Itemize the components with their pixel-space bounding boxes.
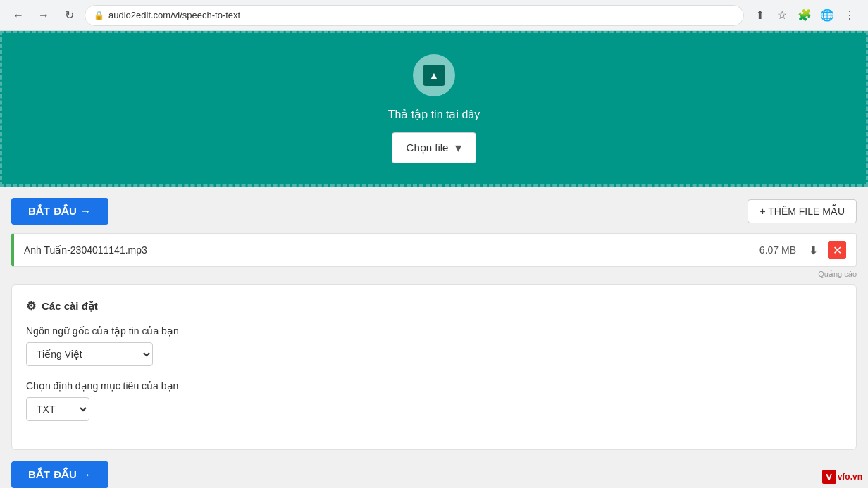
settings-panel: ⚙ Các cài đặt Ngôn ngữ gốc của tập tin c… [11, 284, 857, 450]
upload-arrow-icon: ▲ [429, 70, 439, 81]
page-content: ▲ Thả tập tin tại đây Chọn file ▾ BẮT ĐẦ… [0, 31, 868, 488]
file-size: 6.07 MB [760, 244, 796, 256]
choose-file-button[interactable]: Chọn file ▾ [392, 132, 477, 163]
browser-bar: ← → ↻ 🔒 audio2edit.com/vi/speech-to-text… [0, 0, 868, 31]
menu-button[interactable]: ⋮ [840, 6, 860, 25]
bottom-actions: BẮT ĐẦU → [11, 461, 857, 488]
watermark: V vfo.vn [822, 470, 862, 484]
browser-actions: ⬆ ☆ 🧩 🌐 ⋮ [750, 6, 860, 25]
language-select[interactable]: Tiếng Việt English Français Deutsch Espa… [26, 342, 153, 366]
language-label: Ngôn ngữ gốc của tập tin của bạn [26, 325, 842, 337]
reload-button[interactable]: ↻ [59, 6, 79, 25]
drop-text: Thả tập tin tại đây [388, 108, 480, 121]
upload-area[interactable]: ▲ Thả tập tin tại đây Chọn file ▾ [0, 31, 868, 187]
address-bar[interactable]: 🔒 audio2edit.com/vi/speech-to-text [85, 5, 744, 26]
file-name: Anh Tuấn-2304011141.mp3 [24, 244, 760, 256]
gear-icon: ⚙ [26, 299, 36, 313]
add-sample-button[interactable]: + THÊM FILE MẪU [748, 199, 857, 223]
bookmark-button[interactable]: ☆ [772, 6, 792, 25]
share-button[interactable]: ⬆ [750, 6, 769, 25]
file-download-button[interactable]: ⬇ [805, 242, 822, 258]
start-button-top[interactable]: BẮT ĐẦU → [11, 198, 108, 225]
upload-icon-container: ▲ [413, 54, 455, 96]
format-setting-group: Chọn định dạng mục tiêu của bạn TXT SRT … [26, 380, 842, 421]
upload-icon-inner: ▲ [423, 65, 445, 86]
ad-label: Quảng cáo [11, 270, 857, 279]
format-label: Chọn định dạng mục tiêu của bạn [26, 380, 842, 392]
extensions-button[interactable]: 🧩 [795, 6, 814, 25]
back-button[interactable]: ← [8, 6, 28, 25]
watermark-text: vfo.vn [838, 472, 862, 482]
watermark-v: V [822, 470, 836, 484]
choose-file-label: Chọn file [407, 142, 449, 154]
settings-title-text: Các cài đặt [42, 300, 98, 313]
start-button-bottom[interactable]: BẮT ĐẦU → [11, 461, 108, 488]
main-body: BẮT ĐẦU → + THÊM FILE MẪU Anh Tuấn-23040… [0, 187, 868, 488]
settings-title: ⚙ Các cài đặt [26, 299, 842, 313]
language-setting-group: Ngôn ngữ gốc của tập tin của bạn Tiếng V… [26, 325, 842, 366]
lock-icon: 🔒 [94, 11, 104, 20]
dropdown-icon: ▾ [455, 140, 461, 156]
actions-row: BẮT ĐẦU → + THÊM FILE MẪU [11, 198, 857, 225]
file-row: Anh Tuấn-2304011141.mp3 6.07 MB ⬇ ✕ [11, 233, 857, 267]
forward-button[interactable]: → [34, 6, 54, 25]
url-text: audio2edit.com/vi/speech-to-text [108, 10, 240, 20]
format-select[interactable]: TXT SRT VTT JSON [26, 397, 89, 421]
translate-button[interactable]: 🌐 [817, 6, 837, 25]
file-remove-button[interactable]: ✕ [828, 241, 846, 259]
